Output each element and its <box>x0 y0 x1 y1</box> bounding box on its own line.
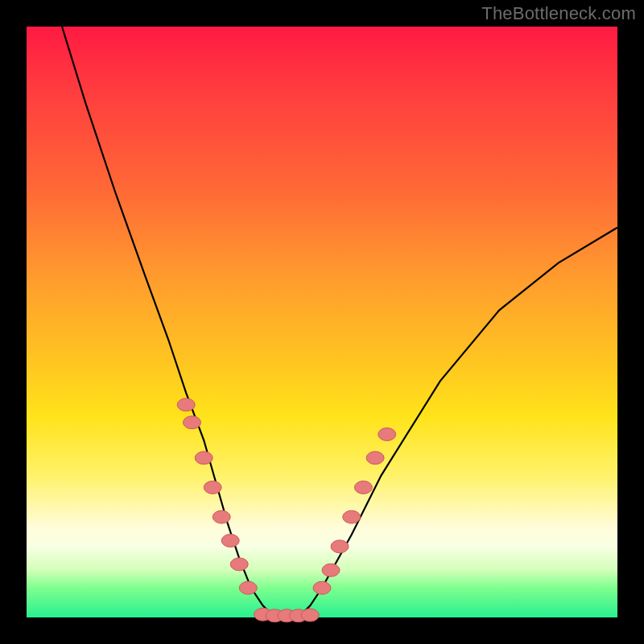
plot-area <box>27 27 617 617</box>
chart-overlay <box>27 27 617 617</box>
data-dot <box>221 535 239 547</box>
data-dot <box>354 481 372 494</box>
data-dot <box>366 452 384 464</box>
data-dot <box>343 510 361 523</box>
data-dot <box>184 416 201 429</box>
data-dot <box>239 581 257 594</box>
data-dot <box>378 428 396 441</box>
watermark-text: TheBottleneck.com <box>481 3 636 24</box>
data-dot <box>301 609 319 621</box>
data-dot <box>331 540 349 553</box>
data-dot <box>322 564 340 576</box>
outer-frame: TheBottleneck.com <box>0 0 644 644</box>
data-dot <box>204 481 221 494</box>
data-dot <box>230 558 248 571</box>
data-dot <box>195 452 213 464</box>
bottleneck-curve <box>62 27 617 617</box>
data-dot <box>213 510 230 523</box>
data-dot <box>313 581 331 594</box>
data-dot <box>177 398 195 411</box>
